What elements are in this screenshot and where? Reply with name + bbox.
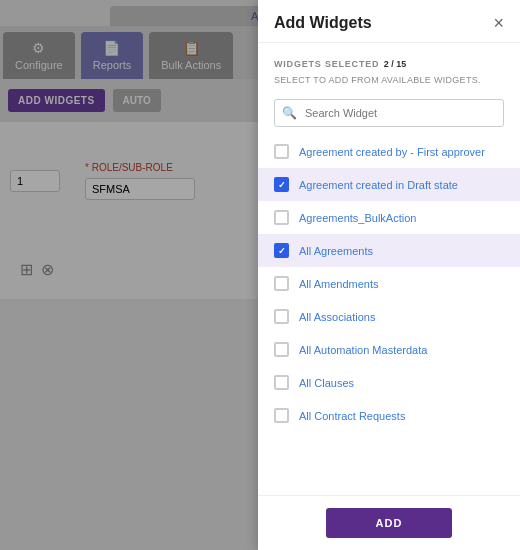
widget-checkbox[interactable] bbox=[274, 144, 289, 159]
widgets-selected-info: WIDGETS SELECTED 2 / 15 bbox=[274, 53, 504, 71]
widget-item[interactable]: All Automation Masterdata bbox=[258, 333, 520, 366]
widget-label: All Clauses bbox=[299, 377, 354, 389]
select-instruction: SELECT TO ADD FROM AVAILABLE WIDGETS. bbox=[274, 75, 504, 85]
widget-checkbox[interactable] bbox=[274, 375, 289, 390]
widget-label: Agreement created in Draft state bbox=[299, 179, 458, 191]
modal-close-button[interactable]: × bbox=[493, 14, 504, 32]
widget-checkbox[interactable] bbox=[274, 276, 289, 291]
widget-label: Agreement created by - First approver bbox=[299, 146, 485, 158]
widget-label: All Agreements bbox=[299, 245, 373, 257]
widget-checkbox[interactable] bbox=[274, 177, 289, 192]
widget-checkbox[interactable] bbox=[274, 243, 289, 258]
widget-item[interactable]: All Agreements bbox=[258, 234, 520, 267]
widget-label: Agreements_BulkAction bbox=[299, 212, 416, 224]
widget-label: All Automation Masterdata bbox=[299, 344, 427, 356]
widget-item[interactable]: All Amendments bbox=[258, 267, 520, 300]
widget-checkbox[interactable] bbox=[274, 408, 289, 423]
modal-title: Add Widgets bbox=[274, 14, 372, 32]
widgets-selected-count: 2 / 15 bbox=[384, 59, 407, 69]
modal-meta: WIDGETS SELECTED 2 / 15 SELECT TO ADD FR… bbox=[258, 43, 520, 91]
widget-item[interactable]: All Contract Requests bbox=[258, 399, 520, 432]
widget-list: Agreement created by - First approverAgr… bbox=[258, 135, 520, 495]
search-container: 🔍 bbox=[258, 91, 520, 135]
add-widgets-modal: Add Widgets × WIDGETS SELECTED 2 / 15 SE… bbox=[258, 0, 520, 550]
widget-item[interactable]: Agreements_BulkAction bbox=[258, 201, 520, 234]
modal-header: Add Widgets × bbox=[258, 0, 520, 43]
widget-checkbox[interactable] bbox=[274, 210, 289, 225]
widget-item[interactable]: All Associations bbox=[258, 300, 520, 333]
add-button[interactable]: ADD bbox=[326, 508, 453, 538]
widget-checkbox[interactable] bbox=[274, 309, 289, 324]
widget-label: All Associations bbox=[299, 311, 375, 323]
widget-label: All Amendments bbox=[299, 278, 378, 290]
search-icon: 🔍 bbox=[282, 106, 297, 120]
widgets-selected-label: WIDGETS SELECTED bbox=[274, 59, 379, 69]
widget-label: All Contract Requests bbox=[299, 410, 405, 422]
widget-item[interactable]: Agreement created by - First approver bbox=[258, 135, 520, 168]
search-input[interactable] bbox=[274, 99, 504, 127]
widget-checkbox[interactable] bbox=[274, 342, 289, 357]
widget-item[interactable]: All Clauses bbox=[258, 366, 520, 399]
widget-item[interactable]: Agreement created in Draft state bbox=[258, 168, 520, 201]
modal-footer: ADD bbox=[258, 495, 520, 550]
